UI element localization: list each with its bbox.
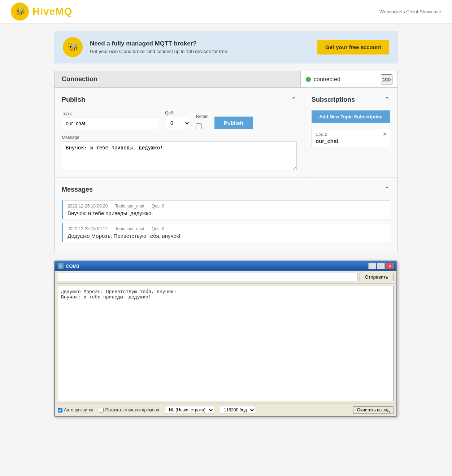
message-content: Внучок: и тебе приведы, дедужко! <box>68 210 386 216</box>
com-window: ⚡ COM3 ─ □ ✕ Отправить Дедушко Морозъ: П… <box>54 261 397 417</box>
com-minimize-button[interactable]: ─ <box>368 263 376 269</box>
banner-description: Get your own Cloud broker and connect up… <box>90 49 310 54</box>
com-send-button[interactable]: Отправить <box>360 273 394 281</box>
com-input-field[interactable] <box>58 273 357 281</box>
publish-fields: Topic QoS 0 1 2 Retain Publish <box>62 110 297 129</box>
header: 🐝 HiveMQ Websockets Client Showcase <box>0 0 452 23</box>
messages-collapse-button[interactable]: ⌃ <box>384 185 390 194</box>
publish-panel-header: Publish ⌃ <box>62 95 297 104</box>
com-titlebar: ⚡ COM3 ─ □ ✕ <box>55 261 396 271</box>
topic-input[interactable] <box>62 118 159 129</box>
retain-field-group: Retain <box>196 114 209 129</box>
qos-field-group: QoS 0 1 2 <box>165 110 190 129</box>
banner-text: Need a fully managed MQTT broker? Get yo… <box>90 40 310 54</box>
com-output: Дедушко Морозъ: Приветствую тебя, внучок… <box>58 286 394 401</box>
clear-output-button[interactable]: Очистить вывод <box>353 406 394 414</box>
subscriptions-title: Subscriptions <box>312 96 355 104</box>
subscriptions-panel: Subscriptions ⌃ Add New Topic Subscripti… <box>304 88 398 178</box>
connection-status-panel: connected ⋙ <box>300 71 398 88</box>
message-timestamp: 2022-12-25 18:09:20 <box>68 204 108 209</box>
logo: 🐝 HiveMQ <box>11 3 72 21</box>
publish-button[interactable]: Publish <box>214 117 253 129</box>
banner-icon: 🐝 <box>63 37 83 57</box>
banner: 🐝 Need a fully managed MQTT broker? Get … <box>54 31 398 64</box>
subscriptions-panel-header: Subscriptions ⌃ <box>312 95 390 104</box>
logo-name-part2: MQ <box>55 6 72 17</box>
publish-panel: Publish ⌃ Topic QoS 0 1 2 Retain <box>54 88 304 178</box>
com-title-text: COM3 <box>66 263 79 269</box>
connection-title: Connection <box>62 75 97 83</box>
message-timestamp: 2022-12-25 18:09:12 <box>68 226 108 231</box>
com-footer: Автопрокрутка Показать отметки времени N… <box>55 403 396 416</box>
subscription-qos: Qos: 2 <box>316 132 386 136</box>
connection-collapse-button[interactable]: ⋙ <box>381 74 392 84</box>
com-close-button[interactable]: ✕ <box>386 263 394 269</box>
baud-select[interactable]: 115200 бод <box>220 406 255 414</box>
message-qos: Qos: 0 <box>152 226 164 231</box>
com-controls: ─ □ ✕ <box>368 263 394 269</box>
connection-bar: Connection <box>54 71 300 88</box>
subscription-item: Qos: 2 our_chat ✕ <box>312 129 390 147</box>
retain-checkbox[interactable] <box>196 123 202 129</box>
table-row: 2022-12-25 18:09:20 Topic: our_chat Qos:… <box>62 200 390 219</box>
logo-text: HiveMQ <box>32 6 72 17</box>
message-textarea[interactable]: Внучок: и тебе приведы, дедужко! <box>62 141 297 170</box>
com-maximize-button[interactable]: □ <box>377 263 385 269</box>
subscription-topic: our_chat <box>316 138 386 144</box>
timestamps-label[interactable]: Показать отметки времени <box>99 407 159 412</box>
message-label: Message <box>62 135 297 140</box>
subscription-close-button[interactable]: ✕ <box>383 131 387 137</box>
messages-panel: Messages ⌃ 2022-12-25 18:09:20 Topic: ou… <box>54 178 398 253</box>
com-input-row: Отправить <box>55 271 396 284</box>
messages-panel-header: Messages ⌃ <box>62 185 390 194</box>
connected-indicator <box>306 77 311 82</box>
main-content: Connection connected ⋙ Publish ⌃ Topic <box>54 71 398 253</box>
banner-title: Need a fully managed MQTT broker? <box>90 40 310 47</box>
message-topic: Topic: our_chat <box>115 226 144 231</box>
message-meta: 2022-12-25 18:09:20 Topic: our_chat Qos:… <box>68 204 386 209</box>
retain-label: Retain <box>196 114 209 119</box>
logo-name-part1: Hive <box>32 6 55 17</box>
publish-title: Publish <box>62 96 85 104</box>
publish-subscriptions-row: Publish ⌃ Topic QoS 0 1 2 Retain <box>54 88 398 178</box>
topic-label: Topic <box>62 111 159 116</box>
get-free-account-button[interactable]: Get your free account <box>317 40 389 54</box>
nl-select[interactable]: NL (Новая строка) <box>165 406 214 414</box>
logo-icon: 🐝 <box>11 3 29 21</box>
subscriptions-collapse-button[interactable]: ⌃ <box>384 95 390 104</box>
table-row: 2022-12-25 18:09:12 Topic: our_chat Qos:… <box>62 223 390 242</box>
com-window-icon: ⚡ <box>58 263 64 269</box>
connected-label: connected <box>314 76 340 83</box>
message-field-group: Message Внучок: и тебе приведы, дедужко! <box>62 135 297 170</box>
autoscroll-checkbox[interactable] <box>58 408 62 412</box>
qos-select[interactable]: 0 1 2 <box>165 117 190 129</box>
message-meta: 2022-12-25 18:09:12 Topic: our_chat Qos:… <box>68 226 386 231</box>
timestamps-checkbox[interactable] <box>99 408 104 412</box>
autoscroll-label[interactable]: Автопрокрутка <box>58 407 93 412</box>
header-subtitle: Websockets Client Showcase <box>379 9 441 14</box>
publish-collapse-button[interactable]: ⌃ <box>291 95 297 104</box>
com-title-left: ⚡ COM3 <box>58 263 79 269</box>
add-subscription-button[interactable]: Add New Topic Subscription <box>312 110 390 123</box>
message-content: Дедушко Морозъ: Приветствую тебя, внучок… <box>68 233 386 239</box>
messages-title: Messages <box>62 186 93 193</box>
topic-field-group: Topic <box>62 111 159 129</box>
message-topic: Topic: our_chat <box>115 204 144 209</box>
qos-label: QoS <box>165 110 190 115</box>
message-qos: Qos: 0 <box>152 204 164 209</box>
connected-status: connected <box>306 76 340 83</box>
